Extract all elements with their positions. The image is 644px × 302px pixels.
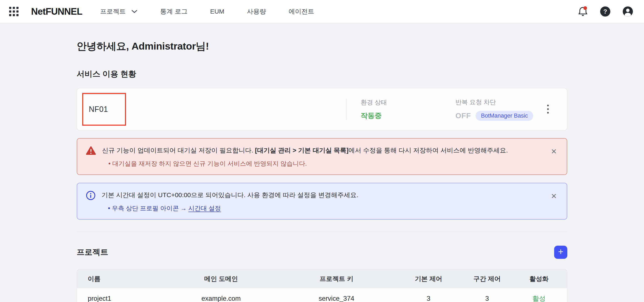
- notification-dot: [584, 6, 587, 10]
- topbar-icons: ?: [578, 6, 633, 17]
- info-icon: [86, 190, 96, 200]
- info-close-button[interactable]: ✕: [549, 191, 559, 201]
- add-project-button[interactable]: +: [554, 246, 567, 259]
- environment-name: NF01: [89, 105, 108, 114]
- col-header-section-control: 구간 제어: [463, 270, 511, 288]
- table-header-row: 이름 메인 도메인 프로젝트 키 기본 제어 구간 제어 활성화: [77, 270, 567, 288]
- nav-usage[interactable]: 사용량: [247, 7, 266, 16]
- help-button[interactable]: ?: [600, 6, 611, 17]
- avatar-icon: [622, 6, 633, 17]
- environment-name-highlight-box[interactable]: NF01: [82, 93, 126, 126]
- info-bullet: • 우측 상단 프로필 아이콘 → 시간대 설정: [102, 204, 358, 213]
- environment-card: NF01 환경 상태 작동중 반복 요청 차단 OFF BotManager B…: [77, 88, 567, 131]
- warning-triangle-icon: [86, 146, 96, 156]
- table-row[interactable]: project1 example.com service_374 3 3 활성: [77, 288, 567, 302]
- cell-active-status: 활성: [511, 288, 567, 302]
- cell-main-domain: example.com: [163, 288, 279, 302]
- warning-bullet: • 대기실을 재저장 하지 않으면 신규 기능이 서비스에 반영되지 않습니다.: [102, 159, 508, 168]
- grid-icon: [9, 7, 11, 9]
- nav-agent[interactable]: 에이전트: [288, 7, 314, 16]
- notification-bell-button[interactable]: [578, 6, 588, 17]
- cell-project-name: project1: [77, 288, 163, 302]
- timezone-info-banner: 기본 시간대 설정이 UTC+00:00으로 되어있습니다. 사용 환경에 따라…: [77, 183, 567, 220]
- main-content: 안녕하세요, Administrator님! 서비스 이용 현황 NF01 환경…: [77, 39, 567, 302]
- repeat-request-block-group: 반복 요청 차단 OFF BotManager Basic: [441, 98, 533, 121]
- kebab-icon: [547, 104, 549, 114]
- help-icon: ?: [600, 6, 611, 17]
- botmanager-badge: BotManager Basic: [476, 111, 533, 121]
- col-header-name: 이름: [77, 270, 163, 288]
- col-header-basic-control: 기본 제어: [394, 270, 463, 288]
- timezone-settings-link[interactable]: 시간대 설정: [188, 205, 221, 212]
- nav-eum[interactable]: EUM: [210, 8, 224, 15]
- account-button[interactable]: [622, 6, 633, 17]
- warning-text: 신규 기능이 업데이트되어 대기실 저장이 필요합니다. [대기실 관리 > 기…: [102, 146, 508, 155]
- app-grid-menu-button[interactable]: [9, 6, 19, 16]
- projects-header: 프로젝트 +: [77, 246, 567, 259]
- card-more-menu-button[interactable]: [546, 103, 550, 116]
- svg-text:?: ?: [603, 8, 607, 15]
- warning-close-button[interactable]: ✕: [549, 146, 559, 156]
- repeat-request-block-value: OFF: [455, 112, 471, 120]
- info-text: 기본 시간대 설정이 UTC+00:00으로 되어있습니다. 사용 환경에 따라…: [102, 190, 358, 200]
- service-usage-section-title: 서비스 이용 현황: [77, 69, 567, 79]
- cell-basic-control: 3: [394, 288, 463, 302]
- env-status-group: 환경 상태 작동중: [346, 98, 441, 121]
- top-bar: NetFUNNEL 프로젝트 통계 로그 EUM 사용량 에이전트: [0, 0, 644, 23]
- netfunnel-logo[interactable]: NetFUNNEL: [31, 6, 82, 17]
- page-title: 안녕하세요, Administrator님!: [77, 39, 567, 53]
- main-nav: 프로젝트 통계 로그 EUM 사용량 에이전트: [100, 7, 314, 16]
- bell-icon: [578, 6, 588, 17]
- col-header-domain: 메인 도메인: [163, 270, 279, 288]
- chevron-down-icon: [131, 9, 138, 13]
- nav-stats-log[interactable]: 통계 로그: [160, 7, 188, 16]
- nav-projects[interactable]: 프로젝트: [100, 7, 138, 16]
- repeat-request-block-label: 반복 요청 차단: [455, 98, 533, 107]
- env-status-label: 환경 상태: [360, 98, 441, 107]
- cell-project-key: service_374: [279, 288, 394, 302]
- section-divider: [77, 232, 567, 232]
- env-status-value: 작동중: [360, 111, 382, 121]
- col-header-project-key: 프로젝트 키: [279, 270, 394, 288]
- cell-section-control: 3: [463, 288, 511, 302]
- col-header-active: 활성화: [511, 270, 567, 288]
- projects-table: 이름 메인 도메인 프로젝트 키 기본 제어 구간 제어 활성화 project…: [77, 269, 567, 302]
- waiting-room-warning-banner: 신규 기능이 업데이트되어 대기실 저장이 필요합니다. [대기실 관리 > 기…: [77, 138, 567, 175]
- projects-section-title: 프로젝트: [77, 247, 108, 258]
